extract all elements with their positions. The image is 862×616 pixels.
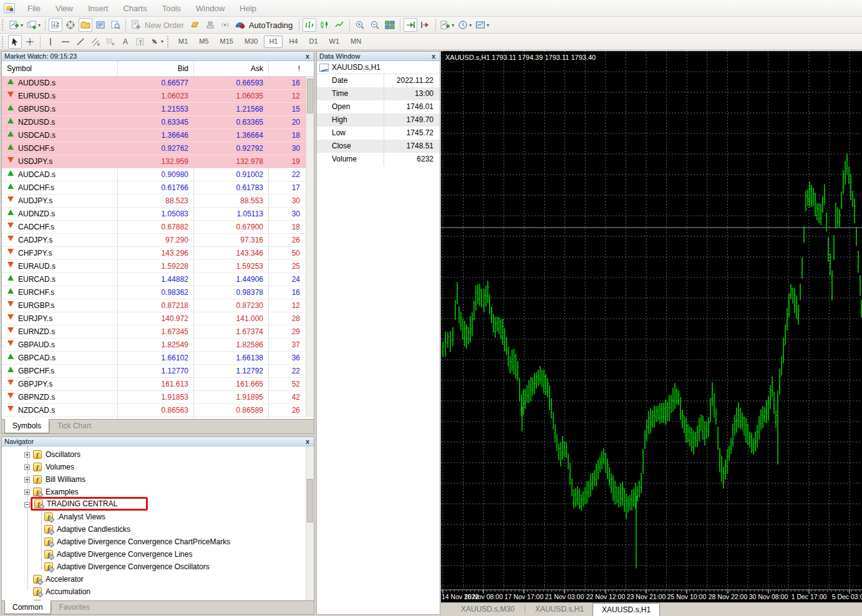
timeframe-h4[interactable]: H4 — [284, 36, 303, 48]
tab-common[interactable]: Common — [4, 600, 51, 614]
symbol-row-audnzd.s[interactable]: AUDNZD.s1.050831.0511330 — [2, 208, 314, 221]
symbol-row-euraud.s[interactable]: EURAUD.s1.592281.5925325 — [2, 260, 314, 273]
symbol-row-usdchf.s[interactable]: USDCHF.s0.927620.9279230 — [2, 142, 314, 155]
tree-item-bill-williams[interactable]: fBill Williams — [24, 473, 85, 486]
new-order-button[interactable] — [129, 18, 143, 32]
fibonacci-button[interactable]: F — [104, 35, 117, 49]
metaeditor-button[interactable] — [188, 18, 202, 32]
timeframe-h1[interactable]: H1 — [264, 36, 283, 48]
symbol-row-gbpjpy.s[interactable]: GBPJPY.s161.613161.66552 — [2, 378, 314, 391]
close-icon[interactable]: x — [304, 438, 311, 445]
templates-button[interactable]: ▾ — [474, 18, 490, 32]
collapse-icon[interactable] — [24, 502, 30, 508]
symbol-row-chfjpy.s[interactable]: CHFJPY.s143.296143.34650 — [2, 247, 314, 260]
bar-chart-button[interactable] — [303, 18, 316, 32]
navigator-toggle[interactable] — [79, 18, 92, 32]
data-window-toggle[interactable] — [64, 18, 77, 32]
strategy-tester-toggle[interactable] — [109, 18, 122, 32]
autotrading-button[interactable] — [233, 18, 247, 32]
menu-window[interactable]: Window — [188, 1, 232, 16]
tree-item-volumes[interactable]: fVolumes — [24, 461, 74, 473]
symbol-row-audusd.s[interactable]: AUDUSD.s0.665770.6659316 — [2, 77, 314, 90]
equidistant-channel-button[interactable]: E — [89, 35, 102, 49]
chart-tab-2[interactable]: XAUUSD.s,H1 — [593, 603, 660, 616]
candlestick-chart-button[interactable] — [317, 18, 331, 32]
chart-shift-button[interactable] — [419, 18, 432, 32]
new-order-label[interactable]: New Order — [145, 21, 184, 30]
symbol-row-nzdcad.s[interactable]: NZDCAD.s0.865630.8658926 — [2, 404, 314, 417]
tree-item--analyst-views[interactable]: f.Analyst Views — [44, 511, 105, 523]
tab-tick-chart[interactable]: Tick Chart — [50, 420, 99, 433]
timeframe-d1[interactable]: D1 — [304, 36, 323, 48]
timeframe-mn[interactable]: MN — [346, 36, 366, 48]
cursor-button[interactable] — [8, 35, 22, 49]
menu-help[interactable]: Help — [232, 1, 264, 16]
symbol-row-eurgbp.s[interactable]: EURGBP.s0.872180.8723012 — [2, 299, 314, 312]
autotrading-label[interactable]: AutoTrading — [249, 21, 293, 30]
symbol-row-audjpy.s[interactable]: AUDJPY.s88.52388.55330 — [2, 195, 314, 208]
close-icon[interactable]: x — [430, 53, 437, 60]
tree-item-accumulation[interactable]: fAccumulation — [33, 585, 90, 598]
navigator-scrollbar[interactable] — [306, 446, 314, 602]
vertical-line-button[interactable] — [44, 35, 57, 49]
profiles-button[interactable]: ▾ — [26, 18, 42, 32]
symbol-row-eurusd.s[interactable]: EURUSD.s1.060231.0603512 — [2, 90, 314, 103]
column-header-symbol[interactable]: Symbol — [7, 64, 32, 73]
expand-icon[interactable] — [24, 477, 30, 483]
crosshair-button[interactable] — [23, 35, 37, 49]
trendline-button[interactable] — [74, 35, 87, 49]
tree-item-adaptive-candlesticks[interactable]: fAdaptive Candlesticks — [44, 523, 130, 536]
experts-button[interactable] — [203, 18, 217, 32]
terminal-toggle[interactable] — [94, 18, 107, 32]
timeframe-m15[interactable]: M15 — [215, 36, 238, 48]
symbol-row-gbpchf.s[interactable]: GBPCHF.s1.127701.1279222 — [2, 365, 314, 378]
tree-item-oscillators[interactable]: fOscillators — [24, 448, 80, 461]
symbol-row-eurnzd.s[interactable]: EURNZD.s1.673451.6737429 — [2, 325, 314, 339]
symbol-row-audcad.s[interactable]: AUDCAD.s0.909800.9100222 — [2, 168, 314, 181]
symbol-row-eurchf.s[interactable]: EURCHF.s0.983620.9837816 — [2, 286, 314, 299]
text-button[interactable]: A — [119, 35, 132, 49]
symbol-row-audchf.s[interactable]: AUDCHF.s0.617660.6178317 — [2, 181, 314, 195]
indicators-button[interactable]: ▾ — [439, 18, 455, 32]
arrows-button[interactable]: ▾ — [148, 35, 165, 49]
timeframe-m1[interactable]: M1 — [173, 36, 193, 48]
timeframe-m5[interactable]: M5 — [194, 36, 213, 48]
symbol-row-cadchf.s[interactable]: CADCHF.s0.678820.6790018 — [2, 221, 314, 234]
tile-windows-button[interactable] — [383, 18, 397, 32]
market-watch-scrollbar[interactable] — [306, 77, 314, 417]
zoom-out-button[interactable] — [368, 18, 382, 32]
price-chart-canvas[interactable]: 14 Nov 202216 Nov 08:0017 Nov 17:0021 No… — [441, 51, 862, 602]
text-label-button[interactable]: T — [133, 35, 147, 49]
column-header-bid[interactable]: Bid — [178, 64, 188, 73]
scrollbar-thumb[interactable] — [307, 479, 313, 522]
chart-tab-1[interactable]: XAUUSD.s,H1 — [526, 603, 593, 616]
close-icon[interactable]: x — [304, 53, 311, 60]
menu-file[interactable]: File — [20, 1, 48, 16]
symbol-row-gbpusd.s[interactable]: GBPUSD.s1.215531.2156815 — [2, 103, 314, 116]
tree-item-adaptive-divergence-convergence-oscillators[interactable]: fAdaptive Divergence Convergence Oscilla… — [44, 561, 210, 573]
chart-window[interactable]: 14 Nov 202216 Nov 08:0017 Nov 17:0021 No… — [441, 51, 862, 602]
new-chart-button[interactable]: ▾ — [8, 18, 24, 32]
signals-button[interactable] — [218, 18, 232, 32]
expand-icon[interactable] — [24, 489, 30, 495]
symbol-row-gbpnzd.s[interactable]: GBPNZD.s1.918531.9189542 — [2, 391, 314, 404]
zoom-in-button[interactable] — [353, 18, 367, 32]
symbol-row-eurcad.s[interactable]: EURCAD.s1.448821.4490624 — [2, 273, 314, 286]
symbol-row-eurjpy.s[interactable]: EURJPY.s140.972141.00028 — [2, 312, 314, 325]
timeframe-w1[interactable]: W1 — [324, 36, 345, 48]
tree-item-adaptive-divergence-convergence-lines[interactable]: fAdaptive Divergence Convergence Lines — [44, 548, 192, 561]
menu-charts[interactable]: Charts — [115, 1, 154, 16]
tab-symbols[interactable]: Symbols — [4, 419, 49, 433]
menu-insert[interactable]: Insert — [80, 1, 116, 16]
line-chart-button[interactable] — [332, 18, 346, 32]
timeframe-m30[interactable]: M30 — [240, 36, 263, 48]
column-header-[interactable]: ! — [298, 64, 300, 73]
symbol-row-gbpaud.s[interactable]: GBPAUD.s1.825491.8258637 — [2, 339, 314, 352]
expand-icon[interactable] — [24, 452, 30, 458]
tree-item-adaptive-divergence-convergence-chartpricemarks[interactable]: fAdaptive Divergence Convergence ChartPr… — [44, 536, 230, 548]
tree-item-accelerator[interactable]: fAccelerator — [33, 573, 84, 585]
symbol-row-cadjpy.s[interactable]: CADJPY.s97.29097.31626 — [2, 234, 314, 247]
tree-item-trading-central[interactable]: fTRADING CENTRAL — [24, 498, 148, 511]
symbol-row-gbpcad.s[interactable]: GBPCAD.s1.661021.6613836 — [2, 352, 314, 365]
market-watch-toggle[interactable] — [49, 18, 62, 32]
